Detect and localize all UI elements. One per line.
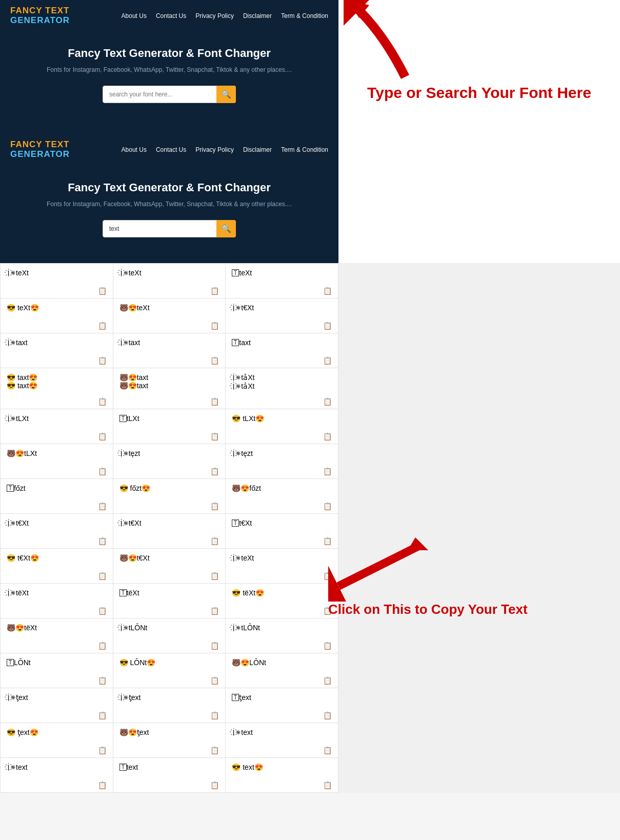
font-card: 1꙰✵tảXt 1꙰✵tảXt 📋 (226, 368, 338, 409)
font-card: 😎 teXt😍 📋 (1, 298, 113, 333)
copy-button[interactable]: 📋 (323, 711, 332, 719)
nav2-term[interactable]: Term & Condition (281, 146, 328, 153)
copy-button[interactable]: 📋 (210, 432, 219, 441)
search-input-2[interactable] (103, 220, 236, 237)
font-card: 1꙰✵ƫext 📋 (1, 688, 113, 723)
copy-button[interactable]: 📋 (98, 711, 107, 719)
font-text: 🅃t€Xt (232, 519, 332, 527)
font-card: 🅃főzt 📋 (1, 479, 113, 514)
copy-arrow-icon (328, 535, 431, 602)
nav-about[interactable]: About Us (122, 12, 147, 19)
nav-disclaimer[interactable]: Disclaimer (243, 12, 272, 19)
font-card: 1꙰✵tęzt 📋 (226, 444, 338, 479)
copy-button[interactable]: 📋 (98, 356, 107, 365)
font-text: 😎 tëXt😍 (232, 589, 332, 597)
copy-button[interactable]: 📋 (210, 356, 219, 365)
font-card: 🅃taxt 📋 (226, 333, 338, 368)
copy-button[interactable]: 📋 (98, 287, 107, 295)
copy-button[interactable]: 📋 (98, 676, 107, 685)
copy-button[interactable]: 📋 (210, 607, 219, 615)
copy-button[interactable]: 📋 (98, 397, 107, 406)
copy-button[interactable]: 📋 (98, 572, 107, 580)
font-text: 1꙰✵teXt (232, 554, 332, 563)
copy-button[interactable]: 📋 (98, 746, 107, 754)
copy-button[interactable]: 📋 (210, 746, 219, 754)
copy-button[interactable]: 📋 (323, 467, 332, 475)
font-text: 🅃főzt (7, 484, 107, 492)
nav-contact[interactable]: Contact Us (156, 12, 186, 19)
font-text: 😎 ƫext😍 (7, 728, 107, 736)
font-card: 1꙰✵taxt 📋 (113, 333, 226, 368)
font-card: 1꙰✵teXt 📋 (226, 549, 338, 584)
font-text: 1꙰✵teXt (119, 269, 219, 277)
nav2-disclaimer[interactable]: Disclaimer (243, 146, 272, 153)
copy-button[interactable]: 📋 (98, 502, 107, 510)
copy-button[interactable]: 📋 (98, 607, 107, 615)
font-card: 🐻😍tLXt 📋 (1, 444, 113, 479)
font-text: 🐻😍taxt (119, 382, 219, 390)
font-text: 1꙰✵tëXt (7, 589, 107, 597)
search-button-1[interactable]: 🔍 (216, 86, 236, 103)
copy-button[interactable]: 📋 (210, 537, 219, 545)
copy-button[interactable]: 📋 (210, 467, 219, 475)
nav-privacy[interactable]: Privacy Policy (195, 12, 234, 19)
font-card: 1꙰✵text 📋 (1, 758, 113, 793)
search-arrow-icon (344, 0, 415, 87)
copy-button[interactable]: 📋 (98, 781, 107, 789)
font-card: 😎 taxt😍 😎 taxt😍 📋 (1, 368, 113, 409)
copy-button[interactable]: 📋 (323, 676, 332, 685)
font-card: 😎 főzt😍 📋 (113, 479, 226, 514)
copy-button[interactable]: 📋 (98, 642, 107, 650)
font-text: 1꙰✵tęzt (119, 449, 219, 458)
copy-button[interactable]: 📋 (210, 572, 219, 580)
font-text: 1꙰✵taxt (7, 338, 107, 347)
brand-logo-2[interactable]: FANCY TEXT GENERATOR (10, 140, 70, 159)
copy-button[interactable]: 📋 (323, 781, 332, 789)
font-text: 😎 teXt😍 (7, 304, 107, 312)
copy-button[interactable]: 📋 (98, 322, 107, 330)
copy-button[interactable]: 📋 (323, 502, 332, 510)
font-text: 1꙰✵teXt (7, 269, 107, 277)
font-card: 🐻😍taxt 🐻😍taxt 📋 (113, 368, 226, 409)
nav2-about[interactable]: About Us (122, 146, 147, 153)
copy-button[interactable]: 📋 (210, 642, 219, 650)
font-card: 1꙰✵tLŌNt 📋 (113, 618, 226, 653)
nav2-privacy[interactable]: Privacy Policy (195, 146, 234, 153)
copy-button[interactable]: 📋 (98, 537, 107, 545)
copy-button[interactable]: 📋 (98, 432, 107, 441)
copy-button[interactable]: 📋 (210, 322, 219, 330)
font-card: 🅃text 📋 (113, 758, 226, 793)
font-text: 🐻😍tLXt (7, 449, 107, 457)
copy-button[interactable]: 📋 (323, 432, 332, 441)
search-input-1[interactable] (103, 86, 236, 103)
font-card: 🅃teXt 📋 (226, 264, 338, 298)
font-card: 😎 text😍 📋 (226, 758, 338, 793)
copy-button[interactable]: 📋 (210, 711, 219, 719)
search-button-2[interactable]: 🔍 (216, 220, 236, 237)
copy-button[interactable]: 📋 (210, 502, 219, 510)
font-card: 🅃tëXt 📋 (113, 584, 226, 618)
font-card: 🐻😍LŌNt 📋 (226, 653, 338, 688)
copy-button[interactable]: 📋 (323, 642, 332, 650)
font-card: 😎 t€Xt😍 📋 (1, 549, 113, 584)
copy-button[interactable]: 📋 (98, 467, 107, 475)
nav-term[interactable]: Term & Condition (281, 12, 328, 19)
copy-button[interactable]: 📋 (323, 356, 332, 365)
copy-button[interactable]: 📋 (323, 746, 332, 754)
font-card: 1꙰✵t€Xt 📋 (226, 298, 338, 333)
font-card: 1꙰✵teXt 📋 (1, 264, 113, 298)
copy-button[interactable]: 📋 (210, 287, 219, 295)
font-card: 1꙰✵tëXt 📋 (1, 584, 113, 618)
copy-button[interactable]: 📋 (210, 781, 219, 789)
font-text: 🐻😍ƫext (119, 728, 219, 736)
nav2-contact[interactable]: Contact Us (156, 146, 186, 153)
font-text: 1꙰✵t€Xt (7, 519, 107, 528)
font-text: 🐻😍t€Xt (119, 554, 219, 562)
brand-logo[interactable]: FANCY TEXT GENERATOR (10, 6, 70, 25)
copy-button[interactable]: 📋 (210, 397, 219, 406)
copy-button[interactable]: 📋 (323, 322, 332, 330)
copy-button[interactable]: 📋 (210, 676, 219, 685)
font-card: 😎 LŌNt😍 📋 (113, 653, 226, 688)
copy-button[interactable]: 📋 (323, 287, 332, 295)
copy-button[interactable]: 📋 (323, 397, 332, 406)
